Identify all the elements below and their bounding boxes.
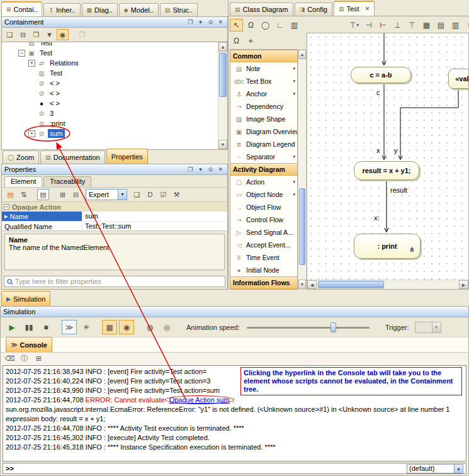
tree-expander-icon[interactable]: +: [28, 60, 35, 67]
action-node-c[interactable]: c = a-b: [351, 67, 411, 83]
close-panel-icon[interactable]: ✕: [217, 18, 225, 26]
palette-object-flow[interactable]: → Object Flow: [230, 201, 297, 213]
properties-filter-input[interactable]: [15, 278, 222, 285]
tree-item[interactable]: ⊘ < >: [2, 78, 218, 88]
chevron-down-icon[interactable]: ▾: [293, 179, 295, 184]
console-input[interactable]: [18, 465, 403, 472]
show-auxiliary-icon[interactable]: ❐: [30, 29, 42, 40]
palette-action[interactable]: ▢ Action ▾: [230, 176, 297, 188]
scroll-thumb[interactable]: [219, 53, 227, 97]
magnet-all-icon[interactable]: Ω: [230, 35, 243, 47]
panel-menu-icon[interactable]: ▾: [196, 166, 205, 174]
property-value-cell[interactable]: Test::Test::sum: [82, 222, 227, 231]
tab-model-extensions[interactable]: ◆ Model..: [119, 3, 159, 16]
web-ui-icon[interactable]: ◎: [159, 320, 174, 334]
distribute-rows-icon[interactable]: ▤: [434, 19, 448, 31]
expand-all-icon[interactable]: ⊞: [57, 189, 69, 200]
open-in-new-icon[interactable]: ❒: [76, 29, 88, 40]
tab-config[interactable]: ◨ Config: [295, 3, 332, 16]
check-icon[interactable]: ☑: [157, 189, 169, 200]
tree-item[interactable]: ⊘ < >: [2, 88, 218, 98]
toggle-sessions-icon[interactable]: ▦: [102, 320, 117, 334]
tree-item[interactable]: ⊘ 3: [2, 108, 218, 118]
filter-icon[interactable]: ▼: [43, 29, 55, 40]
action-node-result[interactable]: result = x + y1;: [354, 161, 419, 180]
tab-diagrams[interactable]: ▦ Diag..: [82, 3, 118, 16]
elbow-link-icon[interactable]: ∟: [273, 19, 286, 31]
history-icon[interactable]: ❏: [131, 189, 143, 200]
scroll-right-icon[interactable]: ▶: [459, 280, 468, 289]
grid-icon[interactable]: ▦: [420, 19, 433, 31]
tab-zoom[interactable]: ◯ Zoom: [3, 150, 39, 164]
stop-icon[interactable]: ■: [38, 320, 54, 334]
tab-structure[interactable]: ▤ Struc..: [160, 3, 198, 16]
property-name-cell[interactable]: ▸ Name: [2, 212, 82, 221]
tree-scrollbar[interactable]: ▲ ▼: [218, 42, 227, 149]
magnet-icon[interactable]: Ω: [244, 19, 257, 31]
chevron-down-icon[interactable]: ▾: [293, 79, 295, 84]
scroll-left-icon[interactable]: ◀: [307, 280, 317, 289]
palette-image-shape[interactable]: ▨ Image Shape: [230, 113, 297, 125]
play-icon[interactable]: ▶: [4, 320, 20, 334]
selection-tool-icon[interactable]: ↖: [230, 19, 243, 31]
scroll-up-icon[interactable]: ▲: [298, 50, 306, 59]
opaque-action-sum-link[interactable]: Opaque Action sum: [165, 395, 234, 404]
options-icon[interactable]: ✳: [79, 320, 94, 334]
palette-separator[interactable]: ┄ Separator ▾: [230, 150, 297, 163]
center-view-icon[interactable]: ⌖: [244, 35, 257, 47]
slider-thumb[interactable]: [331, 322, 336, 332]
tab-class-diagram[interactable]: ▤ Class Diagram: [230, 3, 293, 16]
palette-group-common[interactable]: Common: [230, 50, 297, 62]
tab-inheritance[interactable]: ↥ Inher..: [43, 3, 80, 16]
tree-item[interactable]: + ⇄ Relations: [2, 58, 218, 68]
align-right-icon[interactable]: ⊢: [376, 19, 390, 31]
chevron-down-icon[interactable]: ▾: [293, 154, 295, 159]
scroll-down-icon[interactable]: ▼: [298, 280, 306, 289]
tree-item[interactable]: ▤ Test: [2, 42, 218, 48]
properties-mode-select[interactable]: Expert ▾: [86, 189, 127, 200]
scroll-up-icon[interactable]: ▲: [218, 42, 227, 52]
pin-panel-icon[interactable]: ⊙: [206, 18, 215, 26]
export-icon[interactable]: ⊞: [33, 353, 45, 364]
sort-icon[interactable]: ⇅: [18, 189, 30, 200]
action-node-print[interactable]: : print ⋔: [354, 234, 421, 259]
palette-accept-event-action[interactable]: ◁ Accept Event...: [230, 239, 297, 251]
info-icon[interactable]: ⓘ: [18, 353, 30, 364]
close-icon[interactable]: ✕: [365, 6, 370, 12]
tab-documentation[interactable]: ▤ Documentation: [40, 150, 105, 164]
tree-expander-icon[interactable]: +: [28, 130, 35, 137]
float-panel-icon[interactable]: ❐: [186, 166, 195, 174]
palette-dependency[interactable]: ⇢ Dependency: [230, 100, 297, 113]
trigger-select[interactable]: ▾: [415, 322, 441, 333]
palette-initial-node[interactable]: ● Initial Node: [230, 264, 297, 276]
palette-group-information-flows[interactable]: Information Flows: [230, 276, 297, 289]
categorized-view-icon[interactable]: ▤: [4, 189, 16, 200]
palette-scrollbar[interactable]: ▲ ▼: [298, 49, 307, 290]
properties-group-header[interactable]: − Opaque Action: [2, 202, 227, 212]
profile-select[interactable]: (default) ▾: [407, 464, 463, 473]
tab-containment[interactable]: ⊞ Contai..: [1, 1, 42, 16]
tree-item[interactable]: ▥ Test: [2, 68, 218, 78]
link-with-editor-icon[interactable]: ◉: [57, 29, 69, 40]
canvas-hscrollbar[interactable]: ◀ ▶: [307, 280, 468, 289]
scroll-thumb[interactable]: [299, 188, 305, 265]
palette-text-box[interactable]: abc Text Box ▾: [230, 75, 297, 88]
pause-icon[interactable]: ▮▮: [21, 320, 37, 334]
group-expander-icon[interactable]: −: [4, 204, 9, 210]
tab-test[interactable]: ▥ Test ✕: [334, 1, 375, 16]
close-panel-icon[interactable]: ✕: [217, 166, 225, 174]
pin-panel-icon[interactable]: ⊙: [206, 166, 215, 174]
property-name-cell[interactable]: Qualified Name: [2, 222, 82, 231]
tree-item[interactable]: − ▣ Test: [2, 48, 218, 58]
panel-menu-icon[interactable]: ▾: [196, 18, 205, 26]
expand-selected-icon[interactable]: ⊟: [17, 29, 29, 40]
palette-object-node[interactable]: ▭ Object Node ▾: [230, 188, 297, 201]
chevron-down-icon[interactable]: ▾: [293, 91, 295, 96]
chevron-down-icon[interactable]: ▾: [118, 190, 127, 200]
scroll-down-icon[interactable]: ▼: [218, 140, 227, 149]
palette-control-flow[interactable]: ⇢ Control Flow: [230, 213, 297, 226]
float-panel-icon[interactable]: ❐: [186, 18, 195, 26]
property-value-cell[interactable]: sum: [82, 212, 227, 221]
palette-group-activity-diagram[interactable]: Activity Diagram: [230, 163, 297, 176]
scroll-thumb[interactable]: [318, 281, 384, 288]
